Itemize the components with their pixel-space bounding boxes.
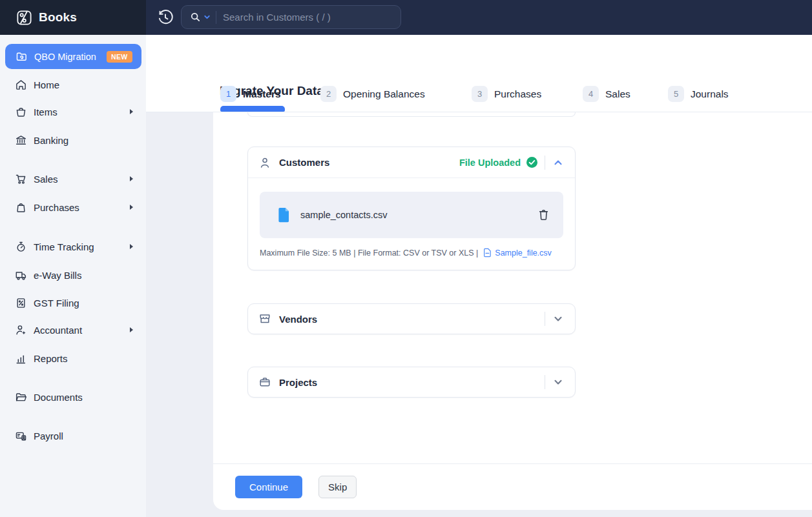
sidebar-item-sales[interactable]: Sales bbox=[0, 166, 146, 192]
sample-file-icon bbox=[483, 248, 492, 258]
chevron-up-icon[interactable] bbox=[552, 156, 565, 169]
sidebar-item-eway-bills[interactable]: e-Way Bills bbox=[0, 262, 146, 288]
customers-section-body: sample_contacts.csv Maximum File Size: 5… bbox=[248, 178, 575, 270]
search-input[interactable] bbox=[223, 12, 401, 23]
section-label: Vendors bbox=[279, 314, 317, 325]
file-requirements: Maximum File Size: 5 MB | File Format: C… bbox=[260, 248, 563, 258]
step-label: Sales bbox=[605, 88, 630, 100]
chevron-right-icon bbox=[130, 327, 133, 332]
wizard-footer: Continue Skip bbox=[213, 463, 812, 510]
projects-section-header[interactable]: Projects bbox=[248, 367, 575, 397]
books-logo-icon bbox=[16, 9, 33, 26]
step-number-badge: 2 bbox=[320, 86, 337, 102]
sidebar-item-label: e-Way Bills bbox=[34, 270, 81, 281]
chevron-down-icon[interactable] bbox=[552, 376, 565, 389]
tab-masters[interactable]: 1 Masters bbox=[220, 86, 281, 102]
sidebar-item-label: Items bbox=[34, 106, 57, 117]
chevron-right-icon bbox=[130, 109, 133, 114]
chevron-right-icon bbox=[130, 205, 133, 210]
sidebar-item-banking[interactable]: Banking bbox=[0, 127, 146, 153]
delete-file-icon[interactable] bbox=[537, 208, 550, 222]
stopwatch-icon bbox=[15, 241, 27, 253]
section-label: Projects bbox=[279, 377, 317, 388]
uploaded-file-name: sample_contacts.csv bbox=[300, 210, 388, 220]
file-requirements-text: Maximum File Size: 5 MB | File Format: C… bbox=[260, 248, 478, 258]
recent-history-icon[interactable] bbox=[157, 9, 174, 26]
sidebar-item-label: Payroll bbox=[34, 431, 63, 441]
continue-button[interactable]: Continue bbox=[235, 476, 302, 498]
check-circle-icon bbox=[526, 156, 538, 168]
tab-sales[interactable]: 4 Sales bbox=[583, 86, 630, 102]
new-badge: NEW bbox=[107, 51, 132, 63]
basket-icon bbox=[15, 106, 27, 118]
sidebar-item-label: Time Tracking bbox=[34, 241, 94, 252]
step-number-badge: 4 bbox=[583, 86, 599, 102]
truck-icon bbox=[15, 269, 27, 281]
scrolled-card-edge bbox=[247, 112, 576, 117]
sidebar-item-accountant[interactable]: Accountant bbox=[0, 317, 146, 343]
step-number-badge: 1 bbox=[220, 86, 236, 102]
step-label: Purchases bbox=[494, 88, 541, 100]
chevron-right-icon bbox=[130, 244, 133, 249]
sidebar-item-label: Sales bbox=[34, 174, 58, 185]
chevron-right-icon bbox=[130, 176, 133, 181]
home-icon bbox=[15, 79, 27, 91]
sidebar-item-purchases[interactable]: Purchases bbox=[0, 194, 146, 220]
tab-opening-balances[interactable]: 2 Opening Balances bbox=[320, 86, 425, 102]
page-header: Migrate Your Data 1 Masters 2 Opening Ba… bbox=[146, 35, 812, 112]
sidebar-item-label: Documents bbox=[34, 392, 83, 403]
sidebar-item-label: Reports bbox=[34, 353, 68, 364]
sidebar-item-gst-filing[interactable]: GST Filing bbox=[0, 290, 146, 316]
uploaded-file-row: sample_contacts.csv bbox=[260, 192, 563, 238]
payroll-card-icon bbox=[15, 430, 27, 442]
active-tab-underline bbox=[220, 106, 285, 112]
csv-file-icon bbox=[277, 207, 291, 223]
app-window: Books bbox=[0, 0, 812, 517]
tab-journals[interactable]: 5 Journals bbox=[668, 86, 729, 102]
sample-file-link[interactable]: Sample_file.csv bbox=[495, 248, 552, 258]
header-divider bbox=[545, 156, 545, 170]
search-divider bbox=[216, 11, 216, 24]
sidebar-item-qbo-migration[interactable]: QBO Migration NEW bbox=[5, 44, 141, 69]
step-label: Opening Balances bbox=[343, 88, 425, 100]
brand-name: Books bbox=[39, 10, 77, 25]
step-label: Journals bbox=[691, 88, 729, 100]
sidebar-item-label: Banking bbox=[34, 135, 68, 146]
sidebar-item-label: QBO Migration bbox=[34, 52, 96, 62]
sidebar-item-documents[interactable]: Documents bbox=[0, 384, 146, 410]
search-icon[interactable] bbox=[189, 11, 202, 23]
bank-icon bbox=[15, 134, 27, 147]
folder-icon bbox=[15, 391, 27, 403]
header-divider bbox=[545, 375, 545, 389]
tab-purchases[interactable]: 3 Purchases bbox=[472, 86, 541, 102]
content-panel: Customers File Uploaded bbox=[213, 112, 812, 510]
bar-chart-icon bbox=[15, 352, 27, 365]
projects-section: Projects bbox=[247, 367, 576, 398]
sidebar-item-label: Home bbox=[34, 79, 59, 90]
chevron-down-icon[interactable] bbox=[552, 312, 565, 325]
sidebar-item-label: Purchases bbox=[34, 202, 79, 213]
global-search[interactable] bbox=[181, 5, 401, 29]
skip-button[interactable]: Skip bbox=[318, 476, 357, 498]
sidebar-item-payroll[interactable]: Payroll bbox=[0, 423, 146, 449]
vendors-section-header[interactable]: Vendors bbox=[248, 304, 575, 334]
sidebar-item-reports[interactable]: Reports bbox=[0, 345, 146, 371]
storefront-icon bbox=[258, 312, 271, 325]
main-area: Migrate Your Data 1 Masters 2 Opening Ba… bbox=[146, 35, 812, 517]
shopping-bag-icon bbox=[15, 201, 27, 214]
briefcase-icon bbox=[258, 376, 271, 389]
search-scope-chevron-down-icon[interactable] bbox=[203, 14, 211, 21]
accountant-person-icon bbox=[15, 324, 27, 336]
cart-icon bbox=[15, 173, 27, 185]
brand-area: Books bbox=[0, 0, 146, 35]
sidebar-item-time-tracking[interactable]: Time Tracking bbox=[0, 234, 146, 259]
customers-section: Customers File Uploaded bbox=[247, 147, 576, 270]
sidebar-item-label: GST Filing bbox=[34, 298, 79, 309]
customers-section-header[interactable]: Customers File Uploaded bbox=[248, 147, 575, 178]
step-number-badge: 3 bbox=[472, 86, 488, 102]
step-label: Masters bbox=[243, 88, 281, 100]
vendors-section: Vendors bbox=[247, 303, 576, 334]
step-number-badge: 5 bbox=[668, 86, 684, 102]
sidebar-item-home[interactable]: Home bbox=[0, 72, 146, 97]
sidebar-item-items[interactable]: Items bbox=[0, 99, 146, 125]
